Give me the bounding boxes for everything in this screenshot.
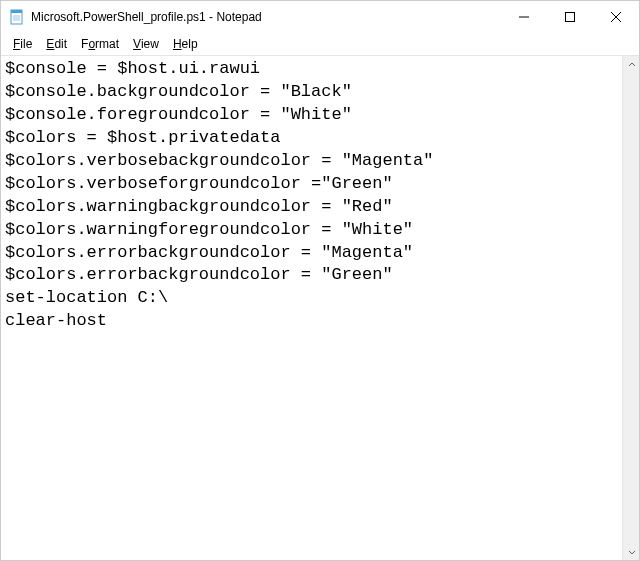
text-editor[interactable]: $console = $host.ui.rawui $console.backg… (1, 56, 622, 560)
close-button[interactable] (593, 1, 639, 33)
maximize-icon (565, 12, 575, 22)
chevron-up-icon (628, 61, 636, 69)
menu-help[interactable]: Help (167, 35, 204, 53)
menu-edit[interactable]: Edit (40, 35, 73, 53)
vertical-scrollbar[interactable] (622, 56, 639, 560)
editor-container: $console = $host.ui.rawui $console.backg… (1, 55, 639, 560)
menu-file[interactable]: File (7, 35, 38, 53)
scroll-up-button[interactable] (623, 56, 640, 73)
menubar: File Edit Format View Help (1, 33, 639, 55)
notepad-icon (9, 9, 25, 25)
chevron-down-icon (628, 548, 636, 556)
menu-view[interactable]: View (127, 35, 165, 53)
minimize-button[interactable] (501, 1, 547, 33)
svg-rect-1 (11, 10, 22, 13)
maximize-button[interactable] (547, 1, 593, 33)
svg-rect-6 (566, 13, 575, 22)
menu-format[interactable]: Format (75, 35, 125, 53)
window-title: Microsoft.PowerShell_profile.ps1 - Notep… (31, 10, 501, 24)
scroll-down-button[interactable] (623, 543, 640, 560)
titlebar: Microsoft.PowerShell_profile.ps1 - Notep… (1, 1, 639, 33)
close-icon (611, 12, 621, 22)
window-controls (501, 1, 639, 33)
minimize-icon (519, 12, 529, 22)
